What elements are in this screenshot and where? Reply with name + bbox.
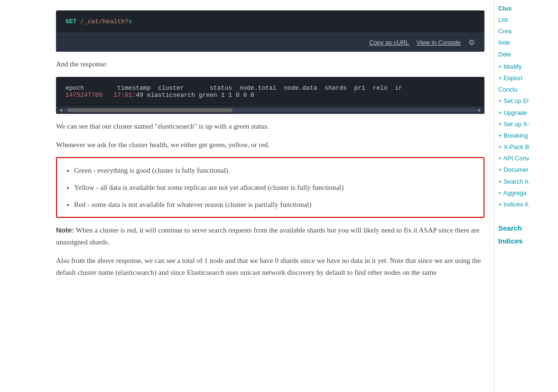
sidebar-indices-bottom[interactable]: Indices <box>498 236 553 246</box>
resp-rest: elasticsearch green 1 1 0 0 0 <box>147 92 254 99</box>
scroll-left-arrow[interactable]: ◀ <box>58 107 64 112</box>
sidebar-upgrade[interactable]: + Upgrade <box>498 109 553 117</box>
sidebar-section-7: + X-Pack B <box>498 143 553 151</box>
response-inner: epoch timestamp cluster status node.tota… <box>56 77 484 106</box>
sidebar-sections: + Modify + Explori Conclu + Set up El + … <box>498 63 553 209</box>
sidebar-section-0: + Modify <box>498 63 553 71</box>
resp-header-text: epoch timestamp cluster status node.tota… <box>65 84 402 92</box>
para2-text: Whenever we ask for the cluster health, … <box>56 141 270 149</box>
sidebar-section-5: + Set up X- <box>498 120 553 129</box>
sidebar-section-8: + API Conv <box>498 154 553 163</box>
status-list-box: Green - everything is good (cluster is f… <box>56 157 484 218</box>
sidebar-aggrega[interactable]: + Aggrega <box>498 189 553 197</box>
sidebar-section-12: + Indices A <box>498 200 553 209</box>
and-response-para: And the response: <box>56 58 484 70</box>
response-code-block: epoch timestamp cluster status node.tota… <box>56 77 484 114</box>
sidebar-search-a[interactable]: + Search A <box>498 177 553 186</box>
sidebar-breaking[interactable]: + Breaking <box>498 131 553 140</box>
request-param: v <box>129 18 132 25</box>
and-response-label: And the response: <box>56 60 107 68</box>
sidebar-setup-el[interactable]: + Set up El <box>498 97 553 105</box>
list-item-green-text: Green - everything is good (cluster is f… <box>74 167 228 174</box>
sidebar-bottom: Search Indices <box>498 223 553 246</box>
sidebar-search-bottom[interactable]: Search <box>498 223 553 233</box>
list-item-yellow-text: Yellow - all data is available but some … <box>74 184 344 191</box>
sidebar-api-conv[interactable]: + API Conv <box>498 154 553 163</box>
response-data-row: 1475247709 17:01:49 elasticsearch green … <box>65 92 475 99</box>
sidebar-link-inde[interactable]: Inde <box>498 38 553 47</box>
sidebar-conclu[interactable]: Conclu <box>498 85 553 94</box>
request-path: /_cat/health? <box>80 18 128 25</box>
para1-text: We can see that our cluster named "elast… <box>56 122 269 130</box>
note-para: Note: When a cluster is red, it will con… <box>56 224 484 248</box>
para-also: Also from the above response, we can see… <box>56 255 484 279</box>
resp-time1: 17:01: <box>113 92 136 99</box>
sidebar-xpack-b[interactable]: + X-Pack B <box>498 143 553 151</box>
view-console-button[interactable]: View in Console <box>417 39 461 46</box>
list-item-green: Green - everything is good (cluster is f… <box>74 165 474 176</box>
response-header-row: epoch timestamp cluster status node.tota… <box>65 84 475 92</box>
resp-space1 <box>106 92 110 99</box>
main-content: GET /_cat/health?v Copy as cURL View in … <box>0 0 494 392</box>
sidebar-section-6: + Breaking <box>498 131 553 140</box>
sidebar-link-dele[interactable]: Dele <box>498 50 553 59</box>
http-method: GET <box>65 18 76 25</box>
scrollbar-area: ◀ ▶ <box>56 106 484 114</box>
sidebar-modify[interactable]: + Modify <box>498 63 553 71</box>
scrollbar-thumb[interactable] <box>67 108 232 112</box>
list-item-yellow: Yellow - all data is available but some … <box>74 182 474 193</box>
scrollbar-track[interactable] <box>64 108 477 112</box>
sidebar-section-3: + Set up El <box>498 97 553 105</box>
para3-text: Also from the above response, we can see… <box>56 257 481 276</box>
list-item-red: Red - some data is not available for wha… <box>74 199 474 210</box>
sidebar-top-link[interactable]: Clus <box>498 5 553 12</box>
sidebar-documer[interactable]: + Documer <box>498 166 553 174</box>
code-block-footer: Copy as cURL View in Console ⚙ <box>56 33 484 52</box>
sidebar-section-11: + Aggrega <box>498 189 553 197</box>
sidebar-section-1: + Explori <box>498 74 553 83</box>
sidebar-section-2: Conclu <box>498 85 553 94</box>
scroll-right-arrow[interactable]: ▶ <box>477 107 483 112</box>
copy-curl-button[interactable]: Copy as cURL <box>369 39 409 46</box>
sidebar-setup-x[interactable]: + Set up X- <box>498 120 553 129</box>
sidebar-section-10: + Search A <box>498 177 553 186</box>
sidebar-indices-a[interactable]: + Indices A <box>498 200 553 209</box>
sidebar-link-crea[interactable]: Crea <box>498 27 553 36</box>
request-code-block: GET /_cat/health?v Copy as cURL View in … <box>56 10 484 52</box>
sidebar: Clus List Crea Inde Dele + Modify + Expl… <box>494 0 558 392</box>
sidebar-exploring[interactable]: + Explori <box>498 74 553 83</box>
sidebar-section-4: + Upgrade <box>498 109 553 117</box>
gear-icon[interactable]: ⚙ <box>468 38 475 47</box>
para-green-status: We can see that our cluster named "elast… <box>56 121 484 132</box>
resp-epoch: 1475247709 <box>65 92 102 99</box>
note-text: When a cluster is red, it will continue … <box>56 226 480 246</box>
para-colors: Whenever we ask for the cluster health, … <box>56 139 484 151</box>
resp-time2: 49 <box>136 92 143 99</box>
status-list: Green - everything is good (cluster is f… <box>65 165 474 210</box>
sidebar-section-9: + Documer <box>498 166 553 174</box>
list-item-red-text: Red - some data is not available for wha… <box>74 201 311 208</box>
note-label: Note: <box>56 226 74 234</box>
sidebar-link-list[interactable]: List <box>498 16 553 24</box>
